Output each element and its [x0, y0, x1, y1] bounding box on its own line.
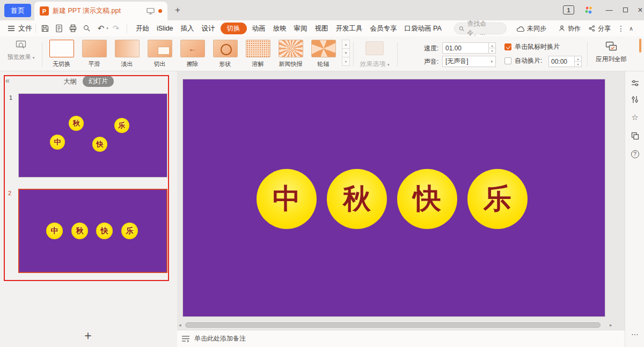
tab-pocket-animation[interactable]: 口袋动画 PA: [401, 20, 445, 36]
new-tab-button[interactable]: +: [172, 4, 184, 16]
ribbon-tabs: 开始 iSlide 插入 设计 切换 动画 放映 审阅 视图 开发工具 会员专享…: [132, 20, 445, 36]
gallery-scroll-down-button[interactable]: ▼: [342, 48, 350, 57]
more-menu-button[interactable]: ⋮: [617, 20, 625, 36]
close-button[interactable]: ×: [633, 3, 644, 17]
tab-developer[interactable]: 开发工具: [332, 20, 367, 36]
collaborate-button[interactable]: 协作: [558, 20, 581, 36]
window-count-badge[interactable]: 1: [563, 5, 574, 14]
auto-advance-time-input[interactable]: ▲ ▼: [548, 56, 582, 67]
scroll-right-icon[interactable]: ▸: [610, 322, 612, 328]
tab-transitions[interactable]: 切换: [221, 23, 247, 34]
horizontal-scrollbar[interactable]: [185, 322, 601, 328]
slide-1-thumbnail[interactable]: 秋 乐 中 快: [18, 93, 167, 178]
undo-dropdown-icon[interactable]: ▾: [104, 23, 111, 34]
tab-islide[interactable]: iSlide: [153, 20, 177, 36]
speed-spinner[interactable]: ▲ ▼: [488, 43, 495, 53]
maximize-icon: [623, 8, 628, 12]
animation-pane-icon[interactable]: [630, 94, 640, 105]
export-pdf-button[interactable]: [54, 23, 64, 34]
presenter-monitor-icon[interactable]: [147, 8, 155, 14]
festival-circle-kuai[interactable]: 快: [397, 169, 457, 229]
save-button[interactable]: [40, 23, 50, 34]
advance-on-click-checkbox[interactable]: [504, 43, 511, 50]
tab-insert[interactable]: 插入: [177, 20, 198, 36]
file-menu-button[interactable]: 文件: [4, 20, 35, 36]
add-slide-button[interactable]: +: [78, 328, 98, 344]
auto-advance-checkbox[interactable]: [504, 57, 511, 64]
time-spinner-down-icon[interactable]: ▼: [575, 62, 581, 67]
notes-icon: [181, 335, 190, 342]
auto-advance-spinner[interactable]: ▲ ▼: [574, 56, 581, 67]
islide-star-icon[interactable]: ☆: [630, 112, 640, 123]
festival-circle-le[interactable]: 乐: [467, 169, 528, 229]
effect-options-button[interactable]: 效果选项 ▾: [357, 41, 392, 69]
transition-shape[interactable]: 形状: [209, 40, 241, 68]
tab-member[interactable]: 会员专享: [367, 20, 401, 36]
tab-animation[interactable]: 动画: [248, 20, 269, 36]
transition-none[interactable]: 无切换: [45, 40, 78, 68]
speed-spinner-down-icon[interactable]: ▼: [489, 48, 495, 53]
print-button[interactable]: [68, 23, 78, 34]
collapse-panel-button[interactable]: «: [5, 76, 10, 85]
festival-circle-qiu[interactable]: 秋: [327, 169, 387, 229]
scroll-left-icon[interactable]: ◂: [179, 322, 181, 328]
gallery-scroll-up-button[interactable]: ▲: [342, 40, 350, 49]
collapse-ribbon-button[interactable]: ∧: [629, 20, 633, 36]
transition-fade[interactable]: 淡出: [111, 40, 143, 68]
auto-advance-time-value[interactable]: [549, 57, 574, 67]
tab-review[interactable]: 审阅: [290, 20, 311, 36]
redo-button[interactable]: ↷: [111, 23, 121, 34]
speed-value[interactable]: [443, 43, 488, 54]
time-spinner-up-icon[interactable]: ▲: [575, 56, 581, 62]
tab-slideshow[interactable]: 放映: [269, 20, 290, 36]
divider: [42, 42, 42, 67]
tab-view[interactable]: 视图: [311, 20, 332, 36]
transition-dissolve[interactable]: 溶解: [241, 40, 274, 68]
more-tools-icon[interactable]: ⋯: [630, 329, 640, 339]
properties-pane-icon[interactable]: [630, 78, 640, 88]
maximize-button[interactable]: [618, 3, 632, 17]
theme-skin-icon[interactable]: [584, 5, 594, 15]
gallery-more-button[interactable]: ▾: [342, 57, 350, 66]
command-search-input[interactable]: 查找命令、...: [454, 23, 507, 34]
window-tab-bar: 首页 P 新建 PPT 演示文稿.ppt + 1 — ×: [0, 0, 644, 20]
notes-bar[interactable]: 单击此处添加备注: [177, 330, 625, 347]
transition-cut[interactable]: 切出: [143, 40, 176, 68]
minimize-button[interactable]: —: [602, 3, 616, 17]
ribbon-scrollbar-thumb[interactable]: [639, 39, 641, 53]
transition-newsflash-thumb: [279, 40, 303, 57]
print-preview-button[interactable]: [82, 23, 92, 34]
divider: [127, 24, 127, 33]
help-icon[interactable]: ?: [630, 149, 640, 159]
slide-canvas[interactable]: 中 秋 快 乐: [183, 79, 605, 316]
slides-panel: « 大纲 幻灯片 1 秋 乐 中 快 2 中 秋 快 乐 +: [0, 71, 177, 347]
transition-wheel[interactable]: 轮辐: [307, 40, 340, 68]
festival-circle-zhong[interactable]: 中: [257, 169, 317, 229]
transition-newsflash[interactable]: 新闻快报: [274, 40, 307, 68]
transition-wipe[interactable]: ← 擦除: [176, 40, 209, 68]
speed-spinner-up-icon[interactable]: ▲: [489, 43, 495, 48]
sound-select[interactable]: [无声音] ▾: [442, 56, 496, 67]
slide-2-thumbnail-selected[interactable]: 中 秋 快 乐: [18, 189, 167, 273]
effect-options-label: 效果选项: [360, 60, 386, 68]
transition-none-thumb: [49, 40, 74, 57]
tab-outline[interactable]: 大纲: [63, 77, 77, 86]
gallery-scroll: ▲ ▼ ▾: [342, 40, 350, 66]
festival-circle: 快: [96, 223, 113, 239]
sync-status-button[interactable]: 未同步: [516, 20, 546, 36]
document-tab[interactable]: P 新建 PPT 演示文稿.ppt: [34, 2, 167, 20]
tab-design[interactable]: 设计: [198, 20, 219, 36]
person-icon: [558, 25, 566, 32]
wps-presentation-icon: P: [40, 6, 49, 16]
preview-effect-button[interactable]: 预览效果 ▾: [3, 40, 39, 61]
share-button[interactable]: 分享: [588, 20, 611, 36]
share-icon: [588, 25, 596, 32]
tab-slides[interactable]: 幻灯片: [83, 76, 114, 87]
tab-start[interactable]: 开始: [132, 20, 153, 36]
home-tab[interactable]: 首页: [4, 4, 31, 17]
transition-morph[interactable]: 平滑: [78, 40, 111, 68]
sound-label: 声音:: [424, 57, 438, 67]
apply-to-all-button[interactable]: 应用到全部: [592, 41, 630, 63]
speed-input[interactable]: ▲ ▼: [442, 42, 496, 54]
layout-pane-icon[interactable]: [630, 130, 640, 141]
